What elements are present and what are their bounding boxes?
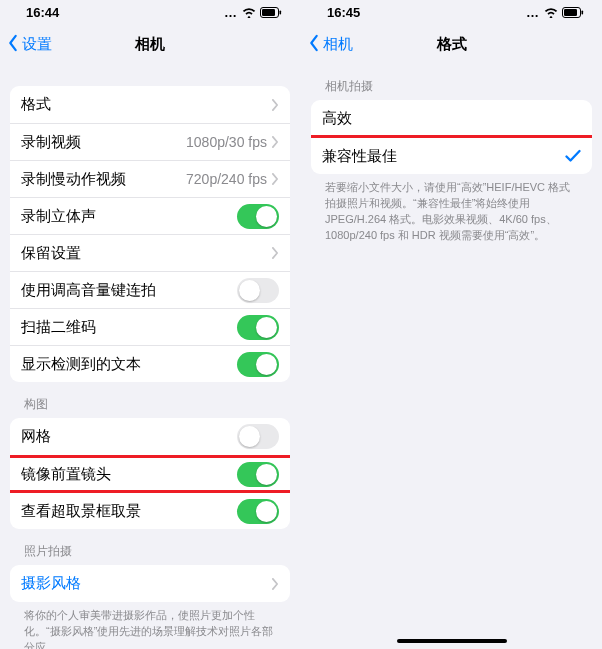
chevron-right-icon — [271, 136, 279, 148]
status-bar: 16:44 — [0, 0, 300, 24]
photo-footer: 将你的个人审美带进摄影作品，使照片更加个性化。“摄影风格”使用先进的场景理解技术… — [10, 602, 290, 649]
status-bar: 16:45 — [301, 0, 602, 24]
svg-rect-4 — [564, 9, 577, 16]
formats-group: 高效 兼容性最佳 — [311, 100, 592, 174]
back-button[interactable]: 设置 — [0, 34, 52, 55]
status-indicators — [526, 5, 584, 20]
nav-bar: 相机 格式 — [301, 24, 602, 64]
row-detail: 1080p/30 fps — [186, 134, 267, 150]
row-label: 查看超取景框取景 — [21, 502, 237, 521]
row-label: 高效 — [322, 109, 581, 128]
stereo-switch[interactable] — [237, 204, 279, 229]
row-label: 显示检测到的文本 — [21, 355, 237, 374]
view-outside-switch[interactable] — [237, 499, 279, 524]
row-mirror-front: 镜像前置镜头 — [10, 455, 290, 492]
back-button[interactable]: 相机 — [301, 34, 353, 55]
row-most-compatible[interactable]: 兼容性最佳 — [311, 137, 592, 174]
checkmark-icon — [565, 149, 581, 163]
grid-switch[interactable] — [237, 424, 279, 449]
row-preserve[interactable]: 保留设置 — [10, 234, 290, 271]
row-scan-qr: 扫描二维码 — [10, 308, 290, 345]
row-record-slomo[interactable]: 录制慢动作视频 720p/240 fps — [10, 160, 290, 197]
row-label: 镜像前置镜头 — [21, 465, 237, 484]
row-view-outside: 查看超取景框取景 — [10, 492, 290, 529]
row-photo-styles[interactable]: 摄影风格 — [10, 565, 290, 602]
svg-rect-2 — [280, 10, 282, 14]
settings-group-composition: 网格 镜像前置镜头 查看超取景框取景 — [10, 418, 290, 529]
svg-rect-1 — [262, 9, 275, 16]
row-label: 扫描二维码 — [21, 318, 237, 337]
row-label: 兼容性最佳 — [322, 147, 565, 166]
row-label: 录制视频 — [21, 133, 186, 152]
photo-header: 照片拍摄 — [10, 529, 290, 565]
row-label: 使用调高音量键连拍 — [21, 281, 237, 300]
battery-icon — [562, 7, 584, 18]
chevron-left-icon — [6, 34, 20, 55]
row-format[interactable]: 格式 — [10, 86, 290, 123]
row-label: 录制立体声 — [21, 207, 237, 226]
wifi-icon — [242, 7, 256, 18]
cellular-icon — [224, 5, 238, 20]
row-label: 录制慢动作视频 — [21, 170, 186, 189]
row-label: 摄影风格 — [21, 574, 271, 593]
row-detail: 720p/240 fps — [186, 171, 267, 187]
formats-screen: 16:45 相机 格式 相机拍摄 高效 兼容性最佳 若要缩小文件大小，请使用“高… — [301, 0, 602, 649]
status-indicators — [224, 5, 282, 20]
camera-settings-screen: 16:44 设置 相机 格式 录制视频 1080p/30 fps 录 — [0, 0, 301, 649]
chevron-right-icon — [271, 578, 279, 590]
settings-group-1: 格式 录制视频 1080p/30 fps 录制慢动作视频 720p/240 fp… — [10, 86, 290, 382]
home-indicator[interactable] — [397, 639, 507, 643]
back-label: 设置 — [22, 35, 52, 54]
row-record-video[interactable]: 录制视频 1080p/30 fps — [10, 123, 290, 160]
composition-header: 构图 — [10, 382, 290, 418]
row-label: 保留设置 — [21, 244, 271, 263]
wifi-icon — [544, 7, 558, 18]
battery-icon — [260, 7, 282, 18]
chevron-right-icon — [271, 247, 279, 259]
status-time: 16:45 — [327, 5, 360, 20]
row-detected-text: 显示检测到的文本 — [10, 345, 290, 382]
mirror-front-switch[interactable] — [237, 462, 279, 487]
nav-bar: 设置 相机 — [0, 24, 300, 64]
chevron-left-icon — [307, 34, 321, 55]
cellular-icon — [526, 5, 540, 20]
capture-header: 相机拍摄 — [311, 64, 592, 100]
row-stereo: 录制立体声 — [10, 197, 290, 234]
back-label: 相机 — [323, 35, 353, 54]
status-time: 16:44 — [26, 5, 59, 20]
row-volume-burst: 使用调高音量键连拍 — [10, 271, 290, 308]
formats-footer: 若要缩小文件大小，请使用“高效”HEIF/HEVC 格式拍摄照片和视频。“兼容性… — [311, 174, 592, 244]
chevron-right-icon — [271, 99, 279, 111]
scan-qr-switch[interactable] — [237, 315, 279, 340]
row-grid: 网格 — [10, 418, 290, 455]
row-label: 格式 — [21, 95, 271, 114]
chevron-right-icon — [271, 173, 279, 185]
settings-group-photo: 摄影风格 — [10, 565, 290, 602]
detected-text-switch[interactable] — [237, 352, 279, 377]
volume-burst-switch[interactable] — [237, 278, 279, 303]
row-high-efficiency[interactable]: 高效 — [311, 100, 592, 137]
svg-rect-5 — [582, 10, 584, 14]
row-label: 网格 — [21, 427, 237, 446]
